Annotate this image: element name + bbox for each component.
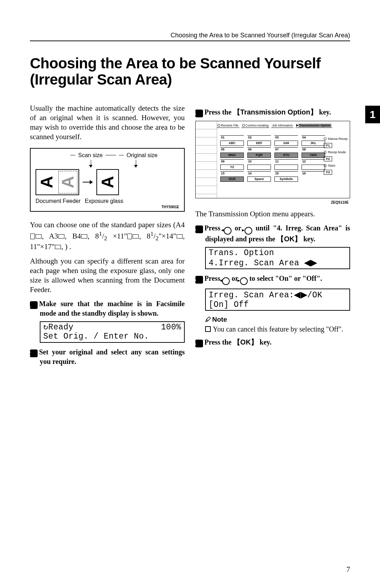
intro-paragraph-2: You can choose one of the standard paper… bbox=[30, 220, 185, 252]
step-6: 6Press the 【OK】 key. bbox=[195, 338, 350, 347]
key-def[interactable]: DEF bbox=[247, 141, 271, 146]
control-panel-figure: Receive File Commu-nicating Job Infomati… bbox=[195, 121, 350, 198]
portrait-icon bbox=[30, 234, 35, 239]
landscape-icon bbox=[55, 245, 61, 249]
key-blank[interactable] bbox=[274, 165, 298, 170]
square-bullet-icon bbox=[205, 326, 211, 332]
key-shift[interactable]: Shift bbox=[220, 177, 244, 182]
right-column: 3Press the 【Transmission Option】 key. Re… bbox=[195, 104, 350, 369]
label-exposure-glass: Exposure glass bbox=[85, 198, 123, 204]
key-symbols[interactable]: Symbols bbox=[274, 177, 298, 182]
scan-diagram: Scan size Original size A A bbox=[30, 148, 185, 212]
key-abc[interactable]: ABC bbox=[220, 141, 244, 146]
portrait-icon bbox=[127, 234, 132, 239]
letter-a-dashed: A bbox=[59, 176, 76, 188]
lcd-display-trans-option: Trans. Option 4.Irreg. Scan Area ◀▶ bbox=[205, 247, 350, 269]
panel-code: ZEQS110E bbox=[195, 200, 350, 204]
key-vwx[interactable]: VWX bbox=[302, 153, 325, 158]
key-blank[interactable] bbox=[302, 165, 325, 170]
key-yz[interactable]: YZ bbox=[220, 165, 244, 170]
label-document-feeder: Document Feeder bbox=[36, 198, 81, 204]
step-number-3: 3 bbox=[195, 110, 203, 117]
pencil-icon bbox=[204, 316, 211, 322]
page-number: 7 bbox=[347, 565, 350, 574]
side-recep-mode: Recep Mode bbox=[328, 150, 346, 154]
step-2: 2Set your original and select any scan s… bbox=[30, 348, 185, 366]
opt-transmission-option: Transmission Option bbox=[298, 124, 331, 127]
key-mno[interactable]: MNO bbox=[220, 153, 244, 158]
intro-paragraph-3: Although you can specify a different sca… bbox=[30, 256, 185, 295]
landscape-icon bbox=[58, 234, 64, 239]
step-1: 1Make sure that the machine is in Facsim… bbox=[30, 299, 185, 318]
key-f3[interactable]: F3 bbox=[324, 170, 332, 175]
label-scan-size: Scan size bbox=[78, 152, 102, 159]
opt-job-info: Job Infomation bbox=[272, 124, 293, 127]
side-manual-recep: Manua Recep bbox=[328, 137, 348, 141]
after-panel-text: The Transmission Option menu appears. bbox=[195, 209, 350, 219]
note-heading: Note bbox=[205, 316, 350, 323]
lcd-display-ready: ↻Ready100% Set Orig. / Enter No. bbox=[40, 321, 185, 343]
lcd-display-irreg-scan: Irreg. Scan Area:◀▶/OK [On] Off bbox=[205, 289, 350, 311]
landscape-icon bbox=[36, 234, 42, 239]
letter-a-left: A bbox=[38, 176, 55, 188]
page-title: Choosing the Area to be Scanned Yourself… bbox=[30, 55, 350, 88]
chapter-tab: 1 bbox=[365, 106, 380, 123]
step-5: 5Press ◂ or ▸ to select "On" or "Off". bbox=[195, 274, 350, 285]
opt-receive-file: Receive File bbox=[221, 124, 239, 127]
key-stu[interactable]: STU bbox=[274, 153, 298, 158]
right-arrow-button-icon: ▸ bbox=[245, 227, 252, 235]
left-column: Usually the machine automatically detect… bbox=[30, 104, 185, 369]
right-arrow-button-icon: ▸ bbox=[240, 277, 248, 285]
step-number-5: 5 bbox=[195, 276, 203, 284]
key-ghi[interactable]: GHI bbox=[274, 141, 298, 146]
diagram-code: THYS901E bbox=[36, 205, 179, 209]
intro-paragraph-1: Usually the machine automatically detect… bbox=[30, 104, 185, 142]
key-space[interactable]: Space bbox=[247, 177, 271, 182]
step-number-2: 2 bbox=[30, 349, 38, 357]
landscape-icon bbox=[81, 234, 87, 239]
letter-a-right: A bbox=[99, 176, 116, 188]
label-original-size: Original size bbox=[127, 152, 158, 159]
key-f1[interactable]: F1 bbox=[324, 143, 332, 148]
left-arrow-button-icon: ◂ bbox=[222, 277, 230, 285]
side-stamp: Stam bbox=[328, 164, 335, 167]
key-jkl[interactable]: JKL bbox=[302, 141, 325, 146]
step-number-4: 4 bbox=[195, 225, 203, 233]
landscape-icon bbox=[133, 234, 139, 239]
note-body: You can cancel this feature by selecting… bbox=[213, 325, 350, 334]
running-header: Choosing the Area to be Scanned Yourself… bbox=[30, 32, 350, 41]
opt-communicating: Commu-nicating bbox=[246, 124, 269, 127]
key-blank[interactable] bbox=[247, 165, 271, 170]
step-3: 3Press the 【Transmission Option】 key. bbox=[195, 108, 350, 117]
landscape-icon bbox=[177, 234, 183, 239]
key-f2[interactable]: F2 bbox=[324, 156, 332, 161]
step-number-6: 6 bbox=[195, 340, 203, 347]
key-pqr[interactable]: PQR bbox=[247, 153, 271, 158]
arrow-right-icon bbox=[83, 180, 93, 184]
left-arrow-button-icon: ◂ bbox=[224, 227, 232, 235]
step-number-1: 1 bbox=[30, 301, 38, 309]
keypad: 01 02 03 04 ABC DEF GHI JKL 05 bbox=[220, 135, 325, 194]
step-4: 4Press ◂ or ▸ until "4. Irreg. Scan Area… bbox=[195, 224, 350, 243]
